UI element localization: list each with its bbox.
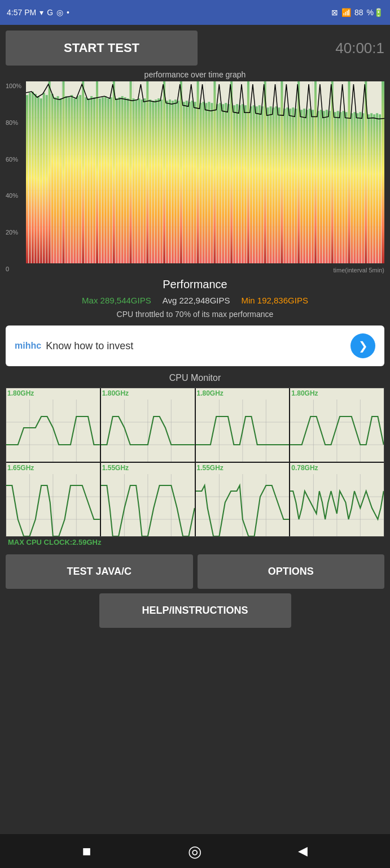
svg-rect-23 bbox=[54, 97, 56, 263]
svg-rect-33 bbox=[82, 81, 84, 263]
nav-home-icon[interactable]: ◎ bbox=[188, 842, 201, 861]
svg-rect-40 bbox=[102, 97, 104, 263]
cpu-core-2: 1.80GHz bbox=[101, 388, 195, 462]
bottom-buttons: TEST JAVA/C OPTIONS bbox=[6, 554, 384, 589]
cpu-core-6-freq: 1.55GHz bbox=[102, 464, 129, 472]
ad-arrow-icon: ❯ bbox=[358, 339, 368, 353]
svg-rect-58 bbox=[152, 101, 154, 263]
svg-rect-47 bbox=[121, 96, 124, 263]
start-test-button[interactable]: START TEST bbox=[6, 31, 198, 66]
svg-rect-115 bbox=[312, 110, 314, 263]
svg-rect-114 bbox=[309, 108, 311, 263]
svg-rect-138 bbox=[376, 113, 378, 263]
svg-rect-108 bbox=[292, 107, 294, 263]
svg-rect-29 bbox=[71, 95, 73, 263]
wifi-icon: ▾ bbox=[40, 8, 43, 17]
spacer bbox=[6, 632, 384, 828]
svg-rect-69 bbox=[183, 102, 185, 263]
graph-canvas bbox=[26, 81, 384, 263]
svg-rect-112 bbox=[303, 108, 305, 263]
svg-rect-90 bbox=[242, 104, 244, 263]
performance-title: Performance bbox=[6, 278, 384, 291]
svg-rect-125 bbox=[340, 112, 342, 263]
location-icon: ◎ bbox=[56, 8, 63, 17]
svg-rect-126 bbox=[343, 111, 345, 263]
svg-rect-37 bbox=[93, 97, 95, 263]
svg-rect-109 bbox=[295, 108, 297, 263]
svg-rect-104 bbox=[281, 81, 283, 263]
timer-display: 40:00:1 bbox=[203, 40, 384, 57]
svg-rect-67 bbox=[177, 101, 179, 263]
svg-rect-32 bbox=[79, 95, 81, 263]
svg-rect-131 bbox=[356, 113, 358, 263]
svg-rect-38 bbox=[96, 81, 98, 263]
battery-icon: %🔋 bbox=[367, 8, 383, 17]
status-bar: 4:57 PM ▾ G ◎ • ⊠ 📶 88 %🔋 bbox=[0, 0, 390, 25]
svg-rect-82 bbox=[219, 103, 221, 263]
svg-rect-39 bbox=[99, 98, 101, 263]
svg-rect-61 bbox=[160, 99, 163, 263]
svg-rect-53 bbox=[138, 98, 140, 263]
svg-rect-50 bbox=[130, 81, 132, 263]
y-label-100: 100% bbox=[6, 83, 26, 89]
graph-x-label: time(interval 5min) bbox=[334, 267, 384, 274]
svg-rect-28 bbox=[68, 97, 70, 263]
svg-rect-49 bbox=[127, 98, 129, 263]
svg-rect-127 bbox=[345, 112, 348, 263]
svg-rect-139 bbox=[379, 114, 381, 263]
cpu-core-3: 1.80GHz bbox=[196, 388, 290, 462]
svg-rect-101 bbox=[273, 107, 275, 263]
help-instructions-button[interactable]: HELP/INSTRUCTIONS bbox=[99, 593, 291, 628]
throttle-text: CPU throttled to 70% of its max performa… bbox=[6, 310, 384, 319]
svg-rect-45 bbox=[116, 98, 118, 263]
y-label-60: 60% bbox=[6, 156, 26, 163]
svg-rect-56 bbox=[146, 81, 148, 263]
svg-rect-81 bbox=[216, 104, 218, 263]
cpu-core-7-freq: 1.55GHz bbox=[197, 464, 224, 472]
ad-arrow-button[interactable]: ❯ bbox=[350, 333, 375, 358]
svg-rect-24 bbox=[57, 96, 59, 263]
svg-rect-17 bbox=[37, 96, 40, 263]
cpu-core-8-freq: 0.78GHz bbox=[291, 464, 318, 472]
y-label-20: 20% bbox=[6, 229, 26, 236]
stat-min: Min 192,836GIPS bbox=[241, 296, 308, 305]
svg-rect-132 bbox=[359, 112, 361, 263]
cpu-core-3-freq: 1.80GHz bbox=[197, 389, 224, 397]
svg-rect-111 bbox=[300, 110, 303, 263]
svg-rect-48 bbox=[124, 97, 126, 263]
svg-rect-124 bbox=[337, 111, 339, 263]
svg-rect-34 bbox=[85, 97, 87, 263]
options-button[interactable]: OPTIONS bbox=[198, 554, 385, 589]
svg-rect-51 bbox=[133, 98, 135, 263]
svg-rect-92 bbox=[247, 81, 249, 263]
ad-brand: mihhc bbox=[15, 341, 41, 351]
svg-rect-123 bbox=[334, 112, 336, 263]
svg-rect-14 bbox=[29, 93, 31, 263]
svg-rect-77 bbox=[205, 103, 208, 263]
svg-rect-105 bbox=[283, 108, 286, 263]
wifi-strength-icon: 📶 bbox=[341, 8, 351, 17]
svg-rect-113 bbox=[306, 110, 308, 263]
test-java-c-button[interactable]: TEST JAVA/C bbox=[6, 554, 193, 589]
svg-rect-16 bbox=[34, 94, 37, 263]
cpu-core-7: 1.55GHz bbox=[196, 463, 290, 536]
graph-section: performance over time graph 100% 80% 60%… bbox=[6, 70, 384, 274]
svg-rect-76 bbox=[203, 102, 205, 263]
svg-rect-97 bbox=[261, 106, 264, 263]
svg-rect-120 bbox=[326, 110, 328, 263]
nav-back-icon[interactable]: ◀ bbox=[298, 844, 308, 858]
svg-rect-83 bbox=[222, 104, 224, 263]
performance-chart bbox=[26, 81, 384, 263]
svg-rect-44 bbox=[113, 81, 115, 263]
performance-stats: Max 289,544GIPS Avg 222,948GIPS Min 192,… bbox=[6, 296, 384, 305]
g-icon: G bbox=[47, 8, 53, 17]
svg-rect-84 bbox=[225, 103, 227, 263]
svg-rect-133 bbox=[362, 113, 364, 263]
svg-rect-107 bbox=[289, 108, 291, 263]
cpu-core-1-freq: 1.80GHz bbox=[7, 389, 34, 397]
main-content: START TEST 40:00:1 performance over time… bbox=[0, 25, 390, 834]
svg-rect-140 bbox=[382, 81, 384, 263]
y-label-0: 0 bbox=[6, 266, 26, 272]
svg-rect-93 bbox=[250, 106, 252, 263]
nav-square-icon[interactable]: ■ bbox=[82, 843, 91, 860]
